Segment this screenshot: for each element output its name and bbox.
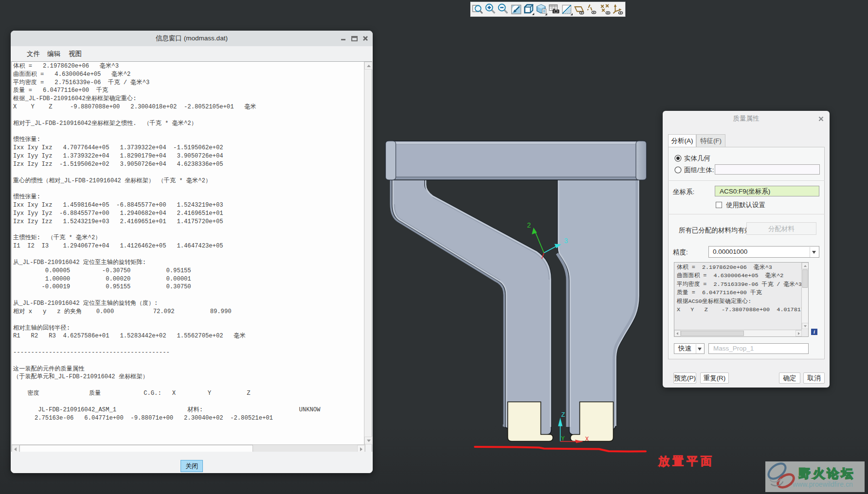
svg-text:放置平面: 放置平面: [658, 455, 715, 467]
svg-text:3: 3: [564, 237, 568, 245]
svg-text:2: 2: [527, 222, 531, 229]
svg-text:Z: Z: [561, 411, 565, 419]
svg-text:X: X: [585, 436, 589, 443]
svg-text:野火论坛: 野火论坛: [798, 467, 855, 480]
svg-text:www.proewildfire.cn: www.proewildfire.cn: [792, 480, 853, 488]
